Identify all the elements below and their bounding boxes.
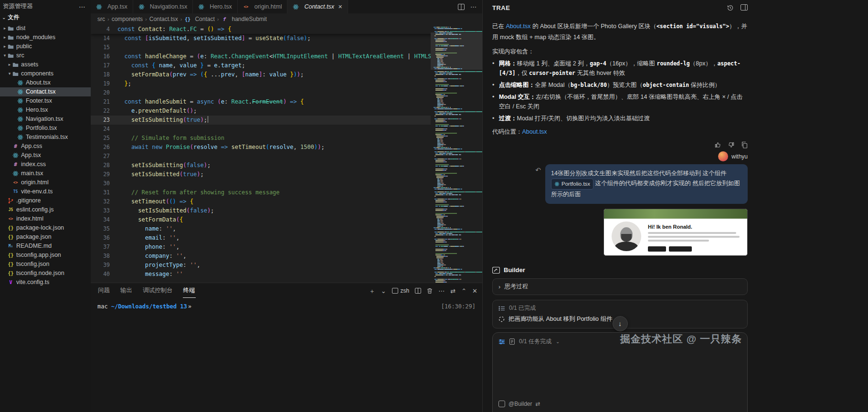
undo-icon[interactable]: ↶ [535, 166, 541, 174]
panel-tab-调试控制台[interactable]: 调试控制台 [142, 284, 173, 298]
file-link[interactable]: About.tsx [522, 128, 547, 135]
chat-transcript[interactable]: 已在 About.tsx 的 About 区块后新增一个 Photo Galle… [492, 15, 748, 332]
tree-item-readme-md[interactable]: M↓README.md [0, 242, 91, 251]
breadcrumb-item-src[interactable]: src [97, 16, 105, 22]
tree-item-navigation-tsx[interactable]: Navigation.tsx [0, 115, 91, 124]
text-segment: gap-4 [590, 60, 606, 67]
minimap-slider[interactable] [431, 32, 482, 70]
tree-item-footer-tsx[interactable]: Footer.tsx [0, 96, 91, 106]
line-number: 25 [91, 134, 117, 143]
files-section-header[interactable]: ⌄ 文件 [0, 11, 91, 23]
tree-item-app-css[interactable]: #App.css [0, 142, 91, 151]
line-number: 31 [91, 188, 117, 197]
file-chip-portfolio-tsx[interactable]: Portfolio.tsx [551, 179, 593, 190]
tree-item-tsconfig-node-json[interactable]: {}tsconfig.node.json [0, 269, 91, 278]
copy-icon[interactable] [741, 141, 748, 148]
new-terminal-icon[interactable]: ＋ [369, 288, 375, 294]
panel-tab-问题[interactable]: 问题 [97, 284, 110, 298]
split-editor-icon[interactable] [458, 4, 465, 10]
website-headline: Hi! Ik ben Ronald. [648, 224, 692, 230]
tab-origin-html[interactable]: <>origin.html [238, 0, 288, 13]
tree-item-hero-tsx[interactable]: Hero.tsx [0, 106, 91, 115]
panel-swap-icon[interactable]: ⇄ [450, 288, 455, 294]
tree-item-portfolio-tsx[interactable]: Portfolio.tsx [0, 124, 91, 133]
switch-agent-icon[interactable]: ⇄ [536, 401, 540, 407]
line-content: const handleChange = (e: React.ChangeEve… [117, 52, 452, 61]
history-icon[interactable] [727, 4, 734, 11]
thumbs-down-icon[interactable] [728, 141, 735, 148]
tab-app-tsx[interactable]: App.tsx [91, 0, 133, 13]
tree-item-label: package-lock.json [16, 223, 64, 232]
line-content: e.preventDefault(); [117, 106, 197, 116]
tree-item-assets[interactable]: ▸assets [0, 60, 91, 69]
tab-hero-tsx[interactable]: Hero.tsx [193, 0, 238, 13]
tree-item-origin-html[interactable]: <>origin.html [0, 178, 91, 187]
thinking-process-toggle[interactable]: › 思考过程 [492, 278, 748, 295]
tree-item--gitignore[interactable]: .gitignore [0, 196, 91, 205]
tree-item-testimonials-tsx[interactable]: Testimonials.tsx [0, 133, 91, 142]
chat-input-card[interactable]: 0/1 任务完成 ⌄ @Builder ⇄ [492, 332, 748, 412]
attached-image-website-preview[interactable]: Hi! Ik ben Ronald. [603, 209, 748, 256]
close-panel-icon[interactable]: ✕ [472, 288, 477, 294]
close-tab-icon[interactable]: ✕ [338, 4, 342, 10]
folder-icon [8, 43, 16, 50]
explorer-more-icon[interactable]: ⋯ [79, 3, 86, 11]
tree-item-about-tsx[interactable]: About.tsx [0, 78, 91, 87]
tree-item-index-html[interactable]: <>index.html [0, 214, 91, 223]
code-line-35: 35 name: '', [91, 224, 482, 233]
breadcrumb-item-contact-tsx[interactable]: Contact.tsx [149, 16, 178, 22]
tree-item-public[interactable]: ▸public [0, 42, 91, 51]
line-number: 35 [91, 224, 117, 233]
panel-tab-终端[interactable]: 终端 [183, 284, 196, 298]
tree-item-package-lock-json[interactable]: {}package-lock.json [0, 223, 91, 232]
assistant-bullet-item: •点击缩略图：全屏 Modal（bg-black/80）预览大图（object-… [492, 80, 748, 90]
tree-item-node-modules[interactable]: ▸node_modules [0, 33, 91, 42]
tree-item-vite-config-ts[interactable]: Vvite.config.ts [0, 278, 91, 287]
text-segment: 代码位置： [492, 128, 522, 135]
tree-item-components[interactable]: ▾components [0, 69, 91, 78]
tree-item-contact-tsx[interactable]: Contact.tsx [0, 87, 91, 96]
panel-more-icon[interactable]: ⋯ [438, 288, 445, 294]
tree-item-app-tsx[interactable]: App.tsx [0, 151, 91, 160]
code-editor[interactable]: 4const Contact: React.FC = () => { 14 co… [91, 25, 482, 283]
thumbs-up-icon[interactable] [714, 141, 721, 148]
terminal-profile-chevron-icon[interactable]: ⌄ [381, 288, 386, 294]
tree-item-tsconfig-json[interactable]: {}tsconfig.json [0, 260, 91, 269]
chevron-down-icon: ⌄ [2, 15, 6, 20]
tree-item-main-tsx[interactable]: main.tsx [0, 169, 91, 178]
tree-item-package-json[interactable]: {}package.json [0, 232, 91, 242]
breadcrumb-item-contact[interactable]: {}Contact [184, 16, 214, 22]
task-status-row[interactable]: 0/1 任务完成 ⌄ [493, 333, 747, 350]
tree-item-src[interactable]: ▾src [0, 51, 91, 60]
tree-item-eslint-config-js[interactable]: JSeslint.config.js [0, 205, 91, 214]
tree-item-dist[interactable]: ▸dist [0, 24, 91, 33]
minimap[interactable] [431, 25, 482, 283]
breadcrumb-item-handlesubmit[interactable]: fhandleSubmit [221, 16, 266, 22]
trash-icon[interactable] [427, 288, 433, 294]
text-segment: Modal 打开/关闭、切换图片均为淡入淡出基础过渡 [517, 115, 650, 122]
terminal-output[interactable]: mac ~/Downloads/testbed 13 » [16:30:29] [91, 298, 482, 310]
indent-spacer [11, 133, 17, 142]
user-message-bubble: 14张图分别改成文生图来实现然后把这些代码全部移动到 这个组件 Portfoli… [545, 164, 748, 204]
code-line-22: 22 e.preventDefault(); [91, 106, 482, 116]
assistant-bullet-item: •网格：移动端 1 列、桌面端 2 列，gap-4（16px），缩略图 roun… [492, 59, 748, 78]
split-terminal-icon[interactable] [415, 288, 421, 294]
tab-navigation-tsx[interactable]: Navigation.tsx [133, 0, 193, 13]
tab-contact-tsx[interactable]: Contact.tsx✕ [287, 0, 348, 13]
breadcrumb-item-components[interactable]: components [112, 16, 143, 22]
terminal-shell-chip[interactable]: zsh [392, 287, 410, 294]
code-line-21: 21 const handleSubmit = async (e: React.… [91, 97, 482, 106]
symbol-const-icon: {} [184, 17, 193, 22]
tree-item-tsconfig-app-json[interactable]: {}tsconfig.app.json [0, 251, 91, 260]
agent-mention-row[interactable]: @Builder ⇄ [498, 401, 741, 407]
file-link[interactable]: About.tsx [506, 23, 530, 30]
panel-layout-icon[interactable] [741, 4, 748, 11]
indent-spacer [11, 124, 17, 133]
editor-more-icon[interactable]: ⋯ [470, 3, 476, 11]
scroll-to-bottom-button[interactable]: ↓ [613, 316, 628, 331]
tree-item-vite-env-d-ts[interactable]: TSvite-env.d.ts [0, 187, 91, 196]
maximize-panel-icon[interactable]: ⌃ [461, 288, 466, 294]
tree-item-index-css[interactable]: #index.css [0, 160, 91, 169]
panel-tab-输出[interactable]: 输出 [120, 284, 133, 298]
breadcrumb-label: Contact [195, 16, 214, 22]
